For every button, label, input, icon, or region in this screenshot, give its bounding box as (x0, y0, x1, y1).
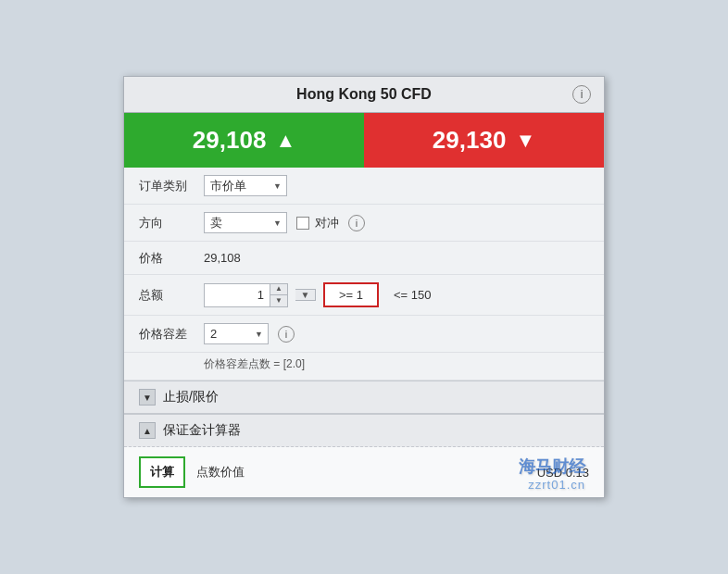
price-diff-note-row: 价格容差点数 = [2.0] (124, 353, 604, 381)
constraint-min-box: >= 1 (323, 282, 379, 307)
stop-loss-toggle[interactable]: ▼ (139, 389, 156, 406)
quantity-row: 总额 ▲ ▼ ▼ >= 1 <= 150 (124, 275, 604, 316)
stop-loss-label: 止损/限价 (163, 389, 219, 406)
direction-select-wrapper: 卖 买 (204, 212, 287, 233)
direction-label: 方向 (139, 215, 204, 231)
quantity-input[interactable] (205, 284, 270, 306)
calc-field-label: 点数价值 (196, 464, 528, 480)
price-diff-select-wrapper: 2 (204, 323, 269, 344)
up-arrow-icon: ▲ (275, 129, 295, 153)
quantity-wrapper: ▲ ▼ ▼ >= 1 <= 150 (204, 282, 439, 307)
order-type-row: 订单类别 市价单 (124, 168, 604, 205)
buy-price-button[interactable]: 29,108 ▲ (124, 113, 364, 168)
hedge-info-icon[interactable]: i (348, 215, 365, 231)
calculator-label: 保证金计算器 (163, 422, 241, 439)
calc-content-row: 计算 点数价值 USD 0.13 海马财经 zzrt01.cn (124, 447, 604, 497)
calculator-section: ▲ 保证金计算器 计算 点数价值 USD 0.13 海马财经 zzrt01.cn (124, 414, 604, 497)
constraint-max: <= 150 (386, 284, 439, 306)
order-type-label: 订单类别 (139, 178, 204, 194)
quantity-spinners: ▲ ▼ (270, 284, 287, 306)
stop-loss-section-header[interactable]: ▼ 止损/限价 (124, 381, 604, 414)
total-label: 总额 (139, 287, 204, 304)
price-value: 29,108 (204, 251, 241, 265)
price-diff-controls: 2 i (204, 323, 295, 344)
price-diff-note: 价格容差点数 = [2.0] (204, 357, 305, 370)
watermark: 海马财经 zzrt01.cn (519, 455, 585, 492)
panel-title: Hong Kong 50 CFD (296, 86, 432, 103)
quantity-input-group: ▲ ▼ (204, 283, 288, 307)
quantity-down-button[interactable]: ▼ (270, 295, 287, 306)
hedge-label: 对冲 (315, 215, 339, 231)
price-row-form: 价格 29,108 (124, 242, 604, 275)
price-diff-row: 价格容差 2 i (124, 316, 604, 353)
sell-price-value: 29,130 (433, 126, 507, 155)
price-row: 29,108 ▲ 29,130 ▼ (124, 113, 604, 168)
calculator-header[interactable]: ▲ 保证金计算器 (124, 415, 604, 447)
hedge-wrapper: 对冲 i (296, 215, 365, 231)
trading-panel: Hong Kong 50 CFD i 29,108 ▲ 29,130 ▼ 订单类… (123, 76, 605, 498)
hedge-checkbox[interactable] (296, 217, 309, 230)
sell-price-button[interactable]: 29,130 ▼ (364, 113, 604, 168)
order-type-select[interactable]: 市价单 (204, 175, 287, 196)
price-label: 价格 (139, 250, 204, 267)
watermark-line1: 海马财经 (519, 455, 585, 478)
price-diff-select[interactable]: 2 (204, 323, 269, 344)
price-diff-info-icon[interactable]: i (278, 326, 295, 343)
down-arrow-icon: ▼ (515, 129, 535, 153)
order-type-select-wrapper: 市价单 (204, 175, 287, 196)
watermark-line2: zzrt01.cn (528, 478, 585, 492)
form-area: 订单类别 市价单 方向 卖 买 对冲 i 价格 (124, 168, 604, 497)
buy-price-value: 29,108 (193, 126, 267, 155)
panel-header: Hong Kong 50 CFD i (124, 77, 604, 113)
quantity-up-button[interactable]: ▲ (270, 284, 287, 295)
calculator-toggle[interactable]: ▲ (139, 422, 156, 439)
quantity-dropdown-button[interactable]: ▼ (295, 289, 316, 301)
direction-row: 方向 卖 买 对冲 i (124, 205, 604, 242)
info-icon[interactable]: i (572, 85, 591, 104)
calc-button[interactable]: 计算 (139, 456, 185, 488)
direction-select[interactable]: 卖 买 (204, 212, 287, 233)
price-diff-label: 价格容差 (139, 326, 204, 343)
